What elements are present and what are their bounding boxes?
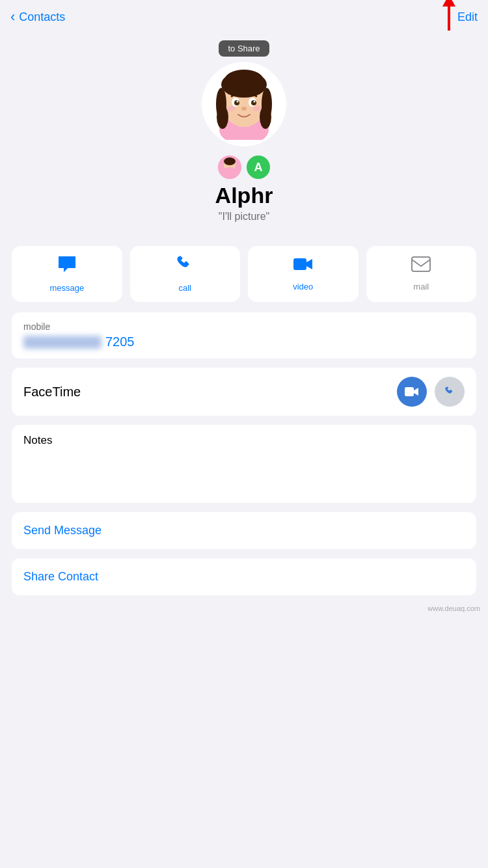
message-label: message xyxy=(49,283,84,293)
mail-label: mail xyxy=(413,282,429,292)
avatar xyxy=(202,62,286,146)
call-label: call xyxy=(178,283,191,293)
contact-subtitle: "I'll picture" xyxy=(219,211,269,223)
phone-value[interactable]: 7205 xyxy=(23,334,465,349)
svg-point-19 xyxy=(252,106,262,111)
message-icon xyxy=(57,255,77,278)
video-label: video xyxy=(293,282,313,292)
phone-blurred xyxy=(23,336,102,349)
svg-point-17 xyxy=(241,107,247,111)
phone-suffix: 7205 xyxy=(105,334,135,349)
message-button[interactable]: message xyxy=(12,246,122,302)
share-hint-popup: to Share xyxy=(219,40,269,57)
svg-rect-26 xyxy=(405,387,414,396)
facetime-audio-button[interactable] xyxy=(435,377,465,407)
avatar-thumb-2: A xyxy=(247,156,270,179)
video-button[interactable]: video xyxy=(248,246,359,302)
navigation-bar: ‹ Contacts Edit xyxy=(0,0,488,34)
avatar-thumbnails: A xyxy=(218,156,270,179)
facetime-label: FaceTime xyxy=(23,385,81,400)
svg-point-6 xyxy=(224,70,264,90)
send-message-button[interactable]: Send Message xyxy=(12,512,476,549)
svg-point-18 xyxy=(226,106,236,111)
notes-label: Notes xyxy=(23,434,465,447)
facetime-actions xyxy=(397,377,465,407)
facetime-card: FaceTime xyxy=(12,368,476,416)
watermark-text: www.deuaq.com xyxy=(427,604,480,612)
avatar-container xyxy=(202,62,286,146)
svg-point-22 xyxy=(224,157,236,165)
svg-marker-1 xyxy=(442,0,455,7)
send-message-label: Send Message xyxy=(23,524,102,537)
svg-rect-24 xyxy=(293,258,306,270)
phone-card[interactable]: mobile 7205 xyxy=(12,312,476,359)
phone-label: mobile xyxy=(23,321,465,332)
watermark: www.deuaq.com xyxy=(0,604,488,616)
contact-name: Alphr xyxy=(215,183,273,208)
bottom-actions: Send Message Share Contact xyxy=(12,512,476,595)
share-hint-text: to Share xyxy=(228,44,260,53)
notes-card[interactable]: Notes xyxy=(12,425,476,503)
profile-section: to Share xyxy=(0,34,488,236)
edit-button[interactable]: Edit xyxy=(457,10,478,24)
mail-icon xyxy=(411,256,431,277)
avatar-thumb-1 xyxy=(218,156,241,179)
back-chevron-icon: ‹ xyxy=(10,10,15,24)
call-icon xyxy=(176,255,194,278)
call-button[interactable]: call xyxy=(130,246,241,302)
share-contact-button[interactable]: Share Contact xyxy=(12,558,476,595)
facetime-video-button[interactable] xyxy=(397,377,427,407)
back-label: Contacts xyxy=(19,10,65,24)
svg-point-15 xyxy=(237,101,239,103)
mail-button[interactable]: mail xyxy=(366,246,477,302)
memoji-svg xyxy=(208,68,280,140)
share-contact-label: Share Contact xyxy=(23,570,98,583)
action-buttons-row: message call video mail xyxy=(0,246,488,302)
video-icon xyxy=(293,256,314,277)
svg-point-16 xyxy=(254,101,256,103)
svg-rect-25 xyxy=(412,257,430,271)
back-button[interactable]: ‹ Contacts xyxy=(10,10,65,24)
